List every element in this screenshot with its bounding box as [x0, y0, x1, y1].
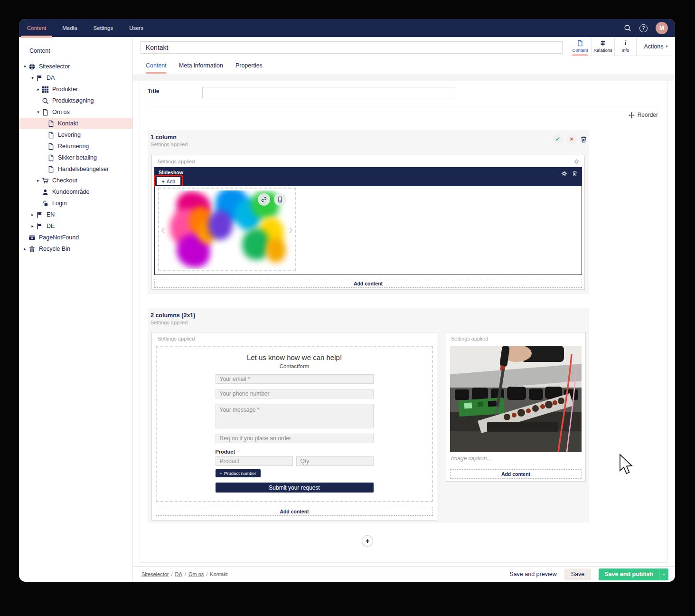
chevron-left-icon[interactable]: ‹ — [161, 223, 165, 236]
tree-item-siteselector[interactable]: ▾ Siteselector — [19, 61, 132, 72]
nav-item-users[interactable]: Users — [121, 19, 151, 37]
search-icon[interactable] — [624, 24, 631, 32]
chevron-down-icon: ▾ — [666, 44, 667, 48]
tree-item-pagenotfound[interactable]: PageNotFound — [19, 232, 132, 243]
subapp-content[interactable]: Content — [569, 37, 591, 56]
tree-item-om-os[interactable]: ▾ Om os — [19, 106, 132, 118]
tab-content[interactable]: Content — [146, 56, 167, 75]
caret-right-icon[interactable]: ▸ — [29, 224, 36, 228]
caret-right-icon[interactable]: ▸ — [35, 178, 41, 183]
save-and-publish-button[interactable]: Save and publish — [599, 569, 659, 580]
tab-meta-information[interactable]: Meta information — [179, 56, 223, 75]
trash-icon[interactable] — [572, 171, 578, 177]
subapp-label: Content — [572, 47, 588, 53]
actions-label: Actions — [644, 43, 663, 50]
add-content-label: Add content — [354, 281, 383, 286]
tree-item-returnering[interactable]: Returnering — [19, 141, 132, 152]
sidebar: Content ▾ Siteselector ▾ DA ▸ Produkter — [19, 37, 133, 582]
plus-icon: + — [366, 537, 369, 545]
subapp-info[interactable]: i Info — [614, 37, 636, 56]
nav-item-media[interactable]: Media — [54, 19, 85, 37]
approve-check-icon[interactable]: ✓ — [553, 134, 563, 144]
slideshow-image[interactable] — [162, 190, 291, 269]
tree-item-label: PageNotFound — [39, 234, 79, 241]
content-name-input[interactable] — [141, 41, 563, 54]
add-row-button[interactable]: + — [362, 535, 373, 547]
tree-item-en[interactable]: ▸ EN — [19, 209, 132, 220]
breadcrumb-link[interactable]: Siteselector — [141, 571, 169, 577]
tree-item-levering[interactable]: Levering — [19, 129, 132, 141]
content-tree: ▾ Siteselector ▾ DA ▸ Produkter — [19, 61, 132, 255]
tree-item-de[interactable]: ▸ DE — [19, 220, 132, 232]
add-content-button[interactable]: Add content — [154, 279, 582, 288]
tree-item-recycle-bin[interactable]: ▸ Recycle Bin — [19, 243, 132, 255]
gear-icon[interactable] — [561, 171, 567, 177]
help-icon[interactable]: ? — [639, 24, 648, 32]
breadcrumb-link[interactable]: Om os — [188, 571, 204, 577]
chevron-right-icon[interactable]: › — [289, 223, 293, 236]
tree-item-login[interactable]: Login — [19, 198, 132, 209]
reorder-button[interactable]: Reorder — [629, 112, 658, 118]
tree-item-produkter[interactable]: ▸ Produkter — [19, 84, 132, 95]
footer-actions: Save and preview Save Save and publish ▾ — [509, 569, 668, 580]
add-product-number-button[interactable]: + Product number — [216, 469, 261, 477]
tree-item-kundeomraade[interactable]: Kundeområde — [19, 186, 132, 198]
tree-item-label: EN — [47, 211, 55, 218]
mobile-icon[interactable] — [274, 193, 286, 206]
tree-item-produktsogning[interactable]: Produktsøgning — [19, 95, 132, 106]
nav-item-content[interactable]: Content — [19, 19, 54, 37]
product-row — [216, 456, 374, 466]
save-and-preview-button[interactable]: Save and preview — [509, 571, 556, 578]
tree-item-checkout[interactable]: ▸ Checkout — [19, 175, 132, 186]
caret-down-icon[interactable]: ▾ — [29, 76, 36, 80]
caret-down-icon[interactable]: ▾ — [35, 110, 41, 114]
email-field[interactable] — [216, 374, 374, 384]
page-not-found-icon — [28, 234, 36, 241]
image-caption-placeholder[interactable]: Image caption... — [451, 455, 491, 462]
content-background-strip — [133, 75, 675, 81]
add-content-button[interactable]: Add content — [156, 507, 433, 516]
contact-form-editor[interactable]: Let us know how we can help! Contactform… — [156, 346, 433, 502]
message-field[interactable] — [216, 404, 374, 428]
grid-row-2-columns: 2 columns (2x1) Settings applied Setting… — [148, 308, 589, 523]
reqno-field[interactable] — [216, 434, 374, 443]
product-field[interactable] — [216, 456, 293, 466]
breadcrumb-link[interactable]: DA — [175, 571, 182, 577]
caret-right-icon[interactable]: ▸ — [29, 212, 36, 217]
add-content-button[interactable]: Add content — [450, 469, 582, 479]
publish-options-caret[interactable]: ▾ — [659, 569, 668, 580]
tab-properties[interactable]: Properties — [235, 56, 263, 75]
title-field-input[interactable] — [202, 87, 455, 98]
image-preview[interactable] — [450, 346, 582, 452]
save-button[interactable]: Save — [564, 569, 592, 580]
subapp-switcher: Content Relations i Info Actions ▾ — [569, 37, 675, 56]
breadcrumb-separator: / — [206, 571, 207, 577]
tree-item-label: DE — [47, 223, 55, 229]
trash-icon[interactable] — [580, 136, 587, 143]
avatar[interactable]: M — [656, 22, 668, 34]
tree-item-label: Recycle Bin — [39, 246, 70, 252]
phone-field[interactable] — [216, 389, 374, 398]
trash-icon — [28, 245, 36, 253]
nav-item-settings[interactable]: Settings — [85, 19, 122, 37]
qty-field[interactable] — [296, 456, 374, 466]
add-content-label: Add content — [501, 471, 530, 477]
submit-request-button[interactable]: Submit your request — [216, 483, 374, 493]
tree-item-handelsbetingelser[interactable]: Handelsbetingelser — [19, 163, 132, 175]
tree-item-da[interactable]: ▾ DA — [19, 72, 132, 84]
document-icon — [577, 40, 583, 47]
tree-item-sikker-betaling[interactable]: Sikker betaling — [19, 152, 132, 163]
caret-down-icon[interactable]: ▾ — [22, 64, 28, 69]
caret-right-icon[interactable]: ▸ — [22, 246, 28, 251]
caret-right-icon[interactable]: ▸ — [35, 87, 41, 92]
actions-dropdown[interactable]: Actions ▾ — [636, 37, 675, 56]
globe-icon — [28, 63, 36, 70]
slideshow-bar-icons — [561, 171, 578, 177]
gear-icon[interactable] — [573, 159, 580, 165]
reject-x-icon[interactable]: × — [566, 134, 577, 144]
subapp-relations[interactable]: Relations — [591, 37, 614, 56]
grid-cell-left: Settings applied Let us know how we can … — [151, 332, 437, 521]
tree-item-label: Handelsbetingelser — [58, 166, 109, 172]
link-icon[interactable] — [258, 193, 270, 206]
tree-item-kontakt[interactable]: Kontakt — [19, 118, 132, 129]
